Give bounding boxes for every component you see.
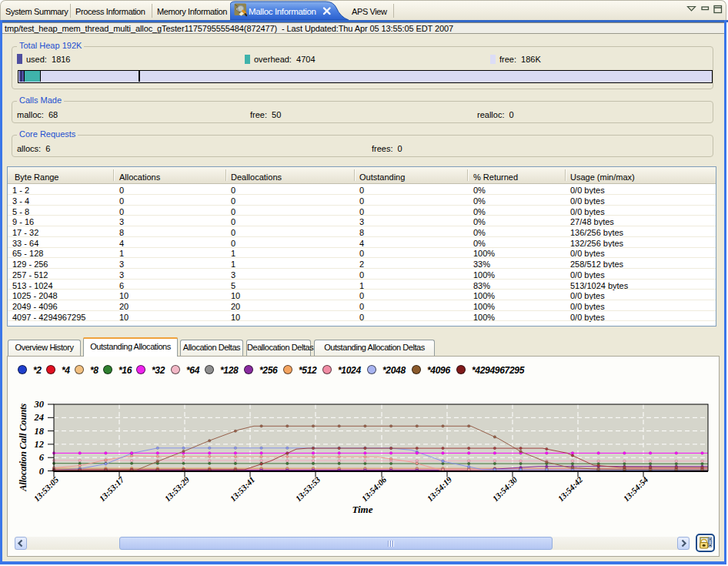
svg-text:30: 30: [34, 399, 45, 410]
svg-text:Time: Time: [352, 504, 373, 515]
svg-text:13:53:05: 13:53:05: [32, 474, 60, 503]
svg-text:13:53:29: 13:53:29: [162, 474, 191, 503]
svg-text:0: 0: [39, 466, 45, 477]
svg-text:24: 24: [34, 412, 45, 423]
svg-text:13:54:19: 13:54:19: [425, 474, 453, 503]
svg-text:12: 12: [35, 439, 45, 450]
svg-text:13:54:30: 13:54:30: [490, 474, 519, 503]
svg-text:13:53:53: 13:53:53: [293, 474, 322, 503]
svg-text:13:53:41: 13:53:41: [228, 474, 256, 503]
svg-text:13:54:42: 13:54:42: [556, 474, 584, 503]
svg-text:13:53:17: 13:53:17: [97, 474, 125, 503]
svg-text:13:54:06: 13:54:06: [359, 474, 388, 503]
svg-text:6: 6: [39, 452, 45, 463]
svg-text:13:54:54: 13:54:54: [621, 474, 650, 503]
svg-text:Allocation Call Counts: Allocation Call Counts: [18, 404, 28, 492]
svg-text:18: 18: [35, 426, 45, 437]
